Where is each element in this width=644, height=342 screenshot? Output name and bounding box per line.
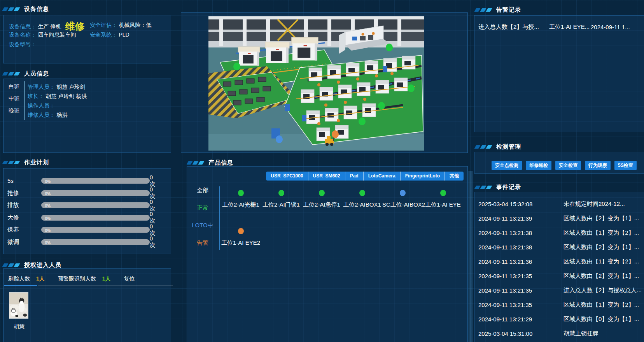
product-type-button[interactable]: Pad	[345, 172, 364, 181]
event-message: 进入总人数【2】与授权总人...	[564, 287, 642, 294]
device-item[interactable]: 工位2-AI门锁1	[261, 187, 301, 209]
event-row[interactable]: 2024-09-11 13:21:35 进入总人数【2】与授权总人...	[478, 283, 642, 298]
plan-percent: 0%	[41, 179, 50, 184]
plan-percent: 0%	[41, 192, 50, 196]
face-scan-tab[interactable]: 刷脸人数	[8, 275, 30, 282]
device-item[interactable]: SC工位-AIBOX2	[382, 187, 423, 209]
device-status-dot[interactable]	[408, 84, 415, 92]
chevrons-icon	[475, 8, 491, 12]
event-row[interactable]: 2024-09-11 13:21:36 区域人数由【1】变为【2】...	[478, 254, 642, 269]
device-status-dot[interactable]	[386, 44, 393, 51]
device-name: 工位2-AI门锁1	[261, 201, 301, 209]
inspection-button[interactable]: 5S检查	[614, 161, 637, 170]
device-name: 工位2-AI光栅1	[220, 201, 261, 209]
plan-count: 0次	[150, 235, 158, 249]
alarm-records-panel: 进入总人数【2】与授... 工位1-AI EYE... 2024-09-11 1…	[474, 15, 644, 132]
product-type-buttons: USR_SPC1000USR_SM602PadLotoCameraFingerp…	[266, 172, 464, 181]
warning-eye-tab[interactable]: 预警眼识别人数	[58, 275, 96, 282]
personnel-field: 班长： 胡慧 卢玲剑 杨洪	[28, 91, 87, 101]
event-row[interactable]: 2025-03-04 15:32:08 未在规定时间2024-12...	[478, 197, 642, 211]
event-row[interactable]: 2024-09-11 13:21:39 区域人数由【2】变为【1】...	[478, 211, 642, 226]
personnel-fields: 管理人员： 胡慧 卢玲剑 班长： 胡慧 卢玲剑 杨洪 操作人员： 维修人员： 杨…	[28, 82, 87, 119]
event-time: 2024-09-11 13:21:35	[478, 273, 564, 279]
work-plan-row: 保养 0% 0次	[7, 224, 166, 236]
plan-progress-bar: 0%	[41, 202, 149, 208]
device-item[interactable]: 工位2-AI急停1	[301, 187, 342, 209]
device-status-dot[interactable]	[378, 102, 385, 110]
status-filter[interactable]: LOTO中	[187, 222, 218, 229]
reset-button[interactable]: 复位	[124, 275, 135, 282]
section-header-product-info: 产品信息	[187, 159, 233, 166]
inspection-button[interactable]: 安全点检测	[492, 161, 522, 170]
status-filter[interactable]: 告警	[187, 239, 218, 247]
section-header-device-info: 设备信息	[3, 5, 49, 12]
face-scan-count: 1人	[36, 275, 45, 282]
device-status-dot	[400, 190, 406, 196]
event-time: 2024-09-11 13:21:36	[478, 258, 564, 265]
alarm-source: 工位1-AI EYE...	[549, 23, 591, 31]
work-plan-row: 5s 0% 0次	[7, 175, 166, 187]
device-item[interactable]: 工位1-AI EYE	[423, 187, 463, 209]
device-status-dot	[238, 190, 244, 196]
authorized-person-card[interactable]: 胡慧	[9, 292, 29, 330]
event-time: 2024-09-11 13:21:29	[478, 316, 564, 323]
product-type-button[interactable]: 其他	[445, 172, 464, 181]
shift-tabs: 白班中班晚班	[5, 81, 23, 117]
event-row[interactable]: 2024-09-11 13:21:35 区域人数由【2】变为【1】...	[478, 269, 642, 283]
event-row[interactable]: 2024-09-11 13:21:38 区域人数由【1】变为【2】...	[478, 226, 642, 240]
event-message: 区域人数由【1】变为【2】...	[564, 229, 642, 237]
section-header-event-records: 事件记录	[475, 184, 521, 191]
product-type-button[interactable]: USR_SPC1000	[266, 172, 308, 181]
shift-tab[interactable]: 白班	[5, 81, 23, 93]
warning-eye-count: 1人	[102, 275, 111, 282]
event-row[interactable]: 2024-09-11 13:21:35 区域人数由【1】变为【2】...	[478, 298, 642, 312]
status-filter[interactable]: 正常	[187, 204, 218, 212]
alarm-row[interactable]: 进入总人数【2】与授... 工位1-AI EYE... 2024-09-11 1…	[478, 20, 642, 34]
device-status-dot[interactable]	[359, 118, 366, 125]
shift-tab[interactable]: 中班	[5, 93, 23, 105]
device-status-dot[interactable]	[332, 130, 339, 138]
event-rows: 2025-03-04 15:32:08 未在规定时间2024-12... 202…	[478, 197, 642, 341]
event-message: 胡慧上锁挂牌	[564, 330, 642, 337]
device-name: 工位1-AI EYE	[423, 201, 463, 209]
personnel-field: 维修人员： 杨洪	[28, 110, 87, 119]
dashboard: 设备信息 设备信息： 生产 停机 维修 安全评估： 机械风险：低 设备名称： 四…	[0, 0, 644, 342]
shift-tab[interactable]: 晚班	[5, 105, 23, 117]
event-row[interactable]: 2024-09-11 13:21:38 区域人数由【2】变为【1】...	[478, 240, 642, 254]
device-item[interactable]: 工位2-AIBOX1	[342, 187, 382, 209]
device-status-dot	[319, 190, 325, 196]
device-status-value: 生产 停机	[38, 23, 61, 30]
device-item[interactable]: 工位1-AI EYE2	[220, 225, 261, 247]
active-tab-underline	[4, 285, 37, 286]
inspection-button[interactable]: 安全检查	[555, 161, 581, 170]
device-status-dot[interactable]	[233, 63, 240, 70]
section-title: 设备信息	[24, 5, 49, 13]
event-message: 区域人数由【2】变为【1】...	[564, 272, 642, 280]
device-list-row1: 工位2-AI光栅1 工位2-AI门锁1 工位2-AI急停1 工位2-AIBOX1	[220, 187, 463, 209]
product-type-button[interactable]: LotoCamera	[364, 172, 401, 181]
chevrons-icon	[3, 7, 19, 11]
personnel-field: 操作人员：	[28, 101, 87, 110]
device-status-label: 设备信息：	[9, 23, 36, 30]
inspection-button[interactable]: 维修巡检	[526, 161, 551, 170]
device-status-dot[interactable]	[276, 135, 283, 143]
device-status-dot	[238, 228, 244, 234]
event-row[interactable]: 2024-09-11 13:21:29 区域人数由【0】变为【1】...	[478, 312, 642, 326]
plan-percent: 0%	[41, 241, 50, 245]
product-type-button[interactable]: USR_SM602	[308, 172, 345, 181]
device-item[interactable]: 工位2-AI光栅1	[220, 187, 261, 209]
authorized-panel: 刷脸人数 1人 预警眼识别人数 1人 复位	[3, 268, 171, 342]
factory-3d-view	[208, 16, 424, 151]
inspection-button[interactable]: 行为观察	[585, 161, 611, 170]
safety-system-field: 安全系统： PLD	[90, 31, 130, 39]
work-plan-row: 大修 0% 0次	[7, 212, 166, 224]
chevrons-icon	[3, 263, 19, 267]
status-filter[interactable]: 全部	[187, 187, 218, 194]
event-message: 区域人数由【2】变为【1】...	[564, 215, 642, 222]
person-photo	[9, 292, 28, 319]
plan-percent: 0%	[41, 228, 50, 233]
event-records-panel: 2025-03-04 15:32:08 未在规定时间2024-12... 202…	[474, 192, 644, 342]
product-type-button[interactable]: FingerprintLoto	[401, 172, 445, 181]
authorized-tabs: 刷脸人数 1人 预警眼识别人数 1人 复位	[8, 275, 135, 282]
event-row[interactable]: 2025-03-04 15:31:00 胡慧上锁挂牌	[478, 326, 642, 341]
